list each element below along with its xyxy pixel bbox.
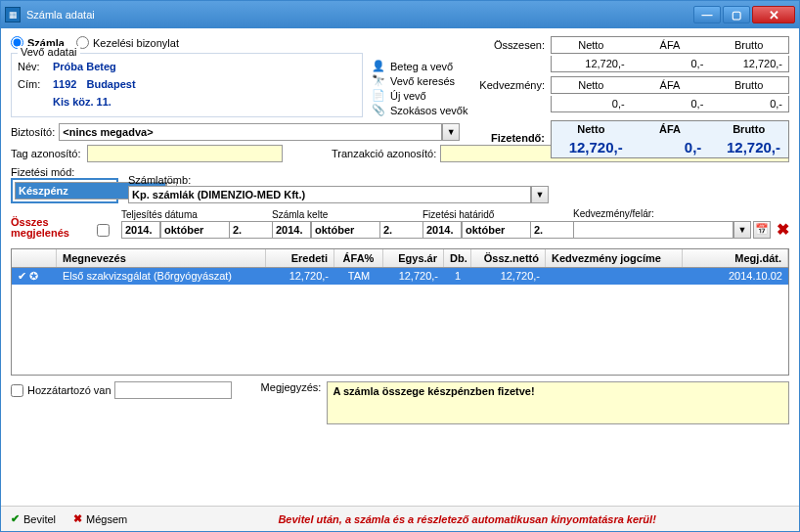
issue-month[interactable]: ▼ <box>311 221 379 239</box>
fulfill-year[interactable] <box>121 221 160 239</box>
sum-label: Összesen: <box>476 39 551 51</box>
book-dropdown-icon[interactable]: ▼ <box>531 186 549 203</box>
binoculars-icon: 🔭 <box>371 74 386 87</box>
paymethod-field: ▼ <box>11 178 118 203</box>
titlebar: ▦ Számla adatai — ▢ ✕ <box>1 1 799 28</box>
fulfill-date: Teljesítés dátuma ▼ ▼ <box>121 209 262 239</box>
issue-date: Számla kelte ▼ ▼ <box>272 209 413 239</box>
treatment-radio[interactable]: Kezelési bizonylat <box>76 36 179 49</box>
items-grid: Megnevezés Eredeti ÁFA% Egys.ár Db. Össz… <box>11 248 789 376</box>
related-checkbox[interactable] <box>11 384 23 397</box>
tag-input[interactable] <box>87 145 283 162</box>
paymethod-label: Fizetési mód: <box>11 166 114 178</box>
sum-box: Netto ÁFA Brutto <box>551 36 789 54</box>
related-input[interactable] <box>114 381 232 399</box>
window-title: Számla adatai <box>26 9 693 21</box>
customer-zip: 1192 <box>53 78 76 90</box>
close-button[interactable]: ✕ <box>752 6 795 23</box>
book-input[interactable] <box>128 186 531 203</box>
insurer-dropdown-icon[interactable]: ▼ <box>442 123 460 141</box>
usual-customers-action[interactable]: 📎 Szokásos vevők <box>371 104 467 116</box>
addr-label: Cím: <box>18 78 53 90</box>
footer-message: Bevitel után, a számla és a részletező a… <box>145 513 789 525</box>
customer-street: Kis köz. 11. <box>53 96 111 108</box>
related-label: Hozzátartozó van <box>27 384 111 396</box>
pay-netto: 12,720,- <box>552 137 631 157</box>
note-label: Megjegyzés: <box>261 381 322 393</box>
grid-header: Megnevezés Eredeti ÁFA% Egys.ár Db. Össz… <box>12 249 788 268</box>
fulfill-month[interactable]: ▼ <box>160 221 229 239</box>
customer-name: Próba Beteg <box>53 61 116 72</box>
sum-brutto: 12,720,- <box>709 56 788 71</box>
customer-group: Vevő adatai Név: Próba Beteg Cím: 1192 B… <box>11 53 363 117</box>
app-icon: ▦ <box>5 7 21 22</box>
insurer-label: Biztosító: <box>11 126 55 138</box>
cancel-button[interactable]: ✖ Mégsem <box>73 512 127 525</box>
all-display-link[interactable]: Összes megjelenés <box>11 217 97 239</box>
customer-city: Budapest <box>86 78 135 90</box>
clear-surcharge-icon[interactable]: ✖ <box>777 220 789 239</box>
pay-afa: 0,- <box>631 137 710 157</box>
discount-label: Kedvezmény: <box>476 79 551 91</box>
due-day[interactable]: ▼ <box>530 221 563 239</box>
payable-label: Fizetendő: <box>476 132 551 144</box>
surcharge-dropdown-icon[interactable]: ▼ <box>733 221 751 239</box>
insurer-combo[interactable]: ▼ <box>59 123 460 141</box>
book-combo[interactable]: ▼ <box>128 186 549 203</box>
maximize-button[interactable]: ▢ <box>723 6 750 23</box>
totals-panel: Összesen: Netto ÁFA Brutto 12,720,- 0,- … <box>476 36 789 160</box>
due-month[interactable]: ▼ <box>462 221 530 239</box>
person-icon: 👤 <box>371 60 386 72</box>
name-label: Név: <box>18 61 53 72</box>
disc-brutto: 0,- <box>709 96 788 111</box>
minimize-button[interactable]: — <box>693 6 721 23</box>
disc-netto: 0,- <box>552 96 631 111</box>
customer-actions: 👤 Beteg a vevő 🔭 Vevő keresés 📄 Új vevő … <box>371 60 467 118</box>
due-date: Fizetési határidő ▼ ▼ <box>422 209 563 239</box>
surcharge-input[interactable] <box>573 221 733 239</box>
payable-box: Netto ÁFA Brutto 12,720,- 0,- 12,720,- <box>551 120 789 158</box>
all-display-checkbox[interactable] <box>97 224 110 237</box>
cross-icon: ✖ <box>73 512 82 525</box>
customer-legend: Vevő adatai <box>18 46 80 58</box>
tag-label: Tag azonosító: <box>11 148 83 159</box>
patient-is-customer-action[interactable]: 👤 Beteg a vevő <box>371 60 467 72</box>
note-text[interactable]: A számla összege készpénzben fizetve! <box>327 381 789 424</box>
search-customer-action[interactable]: 🔭 Vevő keresés <box>371 74 467 87</box>
fulfill-day[interactable]: ▼ <box>229 221 262 239</box>
surcharge-label: Kedvezmény/felár: <box>573 208 789 219</box>
footer: ✔ Bevitel ✖ Mégsem Bevitel után, a száml… <box>1 506 799 531</box>
sum-netto: 12,720,- <box>552 56 631 71</box>
disc-afa: 0,- <box>631 96 710 111</box>
new-icon: 📄 <box>371 89 386 102</box>
clip-icon: 📎 <box>371 104 386 116</box>
insurer-input[interactable] <box>59 123 442 141</box>
table-row[interactable]: ✔ ✪ Első szakvizsgálat (Bőrgyógyászat) 1… <box>12 268 788 285</box>
new-customer-action[interactable]: 📄 Új vevő <box>371 89 467 102</box>
ok-button[interactable]: ✔ Bevitel <box>11 512 56 525</box>
surcharge-combo[interactable]: ▼ <box>573 221 751 239</box>
pay-brutto: 12,720,- <box>709 137 788 157</box>
txn-label: Tranzakció azonosító: <box>332 148 436 159</box>
paymethod-combo[interactable]: ▼ <box>15 182 99 200</box>
calendar-icon[interactable]: 📅 <box>753 221 771 239</box>
row-marker-icon: ✔ ✪ <box>12 268 57 285</box>
book-label: Számlatömb: <box>128 174 785 186</box>
issue-year[interactable] <box>272 221 311 239</box>
check-icon: ✔ <box>11 512 20 525</box>
due-year[interactable] <box>422 221 462 239</box>
sum-afa: 0,- <box>631 56 710 71</box>
issue-day[interactable]: ▼ <box>379 221 413 239</box>
